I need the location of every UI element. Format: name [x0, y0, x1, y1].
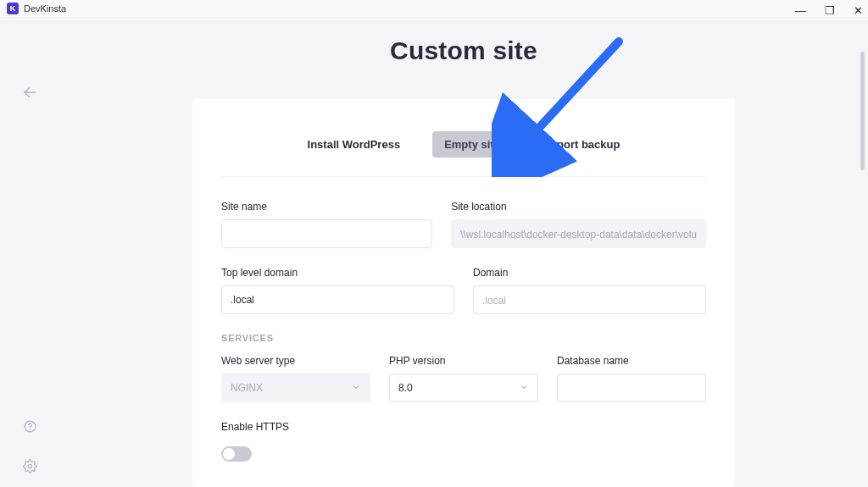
web-server-value: NGINX [231, 382, 263, 394]
php-version-label: PHP version [389, 355, 538, 367]
tab-empty-site[interactable]: Empty site [432, 131, 512, 158]
tabs: Install WordPress Empty site Import back… [221, 131, 706, 177]
form-card: Install WordPress Empty site Import back… [192, 99, 735, 487]
chevron-down-icon [351, 382, 361, 395]
web-server-label: Web server type [221, 355, 370, 367]
db-name-label: Database name [557, 355, 706, 367]
maximize-button[interactable]: ❐ [825, 5, 835, 16]
tld-input[interactable] [221, 285, 454, 314]
main-column: Custom site Install WordPress Empty site… [59, 18, 868, 487]
toggle-knob [223, 448, 235, 460]
help-icon[interactable] [23, 419, 37, 434]
app-name: DevKinsta [24, 3, 66, 14]
scrollbar-thumb[interactable] [860, 52, 865, 170]
page-title: Custom site [390, 36, 537, 65]
svg-point-3 [28, 464, 31, 468]
db-name-input[interactable] [557, 374, 706, 402]
domain-label: Domain [473, 267, 706, 279]
title-bar: K DevKinsta — ❐ ✕ [0, 0, 868, 18]
back-button[interactable] [21, 84, 38, 101]
enable-https-label: Enable HTTPS [221, 421, 706, 433]
web-server-select: NGINX [221, 374, 370, 402]
left-rail [0, 18, 59, 487]
app-logo-icon: K [7, 3, 19, 14]
php-version-select[interactable]: 8.0 [389, 374, 538, 402]
enable-https-toggle[interactable] [221, 446, 252, 462]
scrollbar[interactable] [858, 52, 866, 482]
services-header: SERVICES [221, 333, 706, 343]
site-name-input[interactable] [221, 219, 432, 248]
svg-point-2 [30, 429, 31, 430]
site-name-label: Site name [221, 201, 432, 213]
chevron-down-icon [519, 382, 529, 395]
content-area: Custom site Install WordPress Empty site… [0, 18, 868, 487]
tld-label: Top level domain [221, 267, 454, 279]
tab-import-backup[interactable]: Import backup [532, 131, 632, 158]
site-location-label: Site location [451, 201, 706, 213]
site-location-display: \\wsl.localhost\docker-desktop-data\data… [451, 219, 706, 248]
tab-install-wordpress[interactable]: Install WordPress [296, 131, 413, 158]
php-version-value: 8.0 [398, 382, 413, 394]
minimize-button[interactable]: — [795, 5, 806, 16]
close-button[interactable]: ✕ [854, 5, 863, 16]
domain-display: .local [473, 285, 706, 314]
settings-icon[interactable] [23, 459, 37, 473]
